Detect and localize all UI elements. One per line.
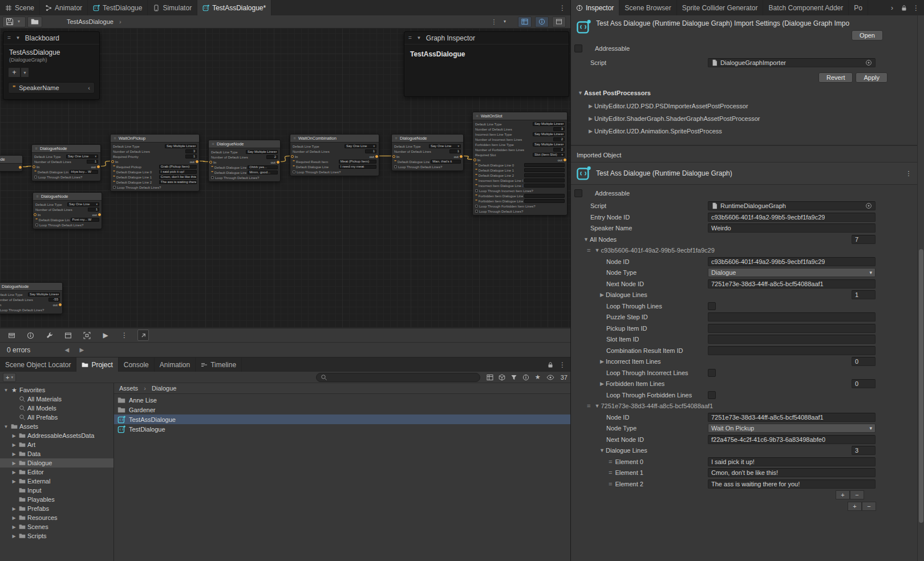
tab-project[interactable]: Project [76, 357, 118, 372]
picker-icon[interactable] [865, 202, 872, 209]
node-number-field[interactable]: 3 [185, 149, 197, 153]
kebab-icon[interactable]: ⋮ [905, 170, 912, 177]
port-out[interactable] [277, 161, 279, 164]
foldout-icon[interactable]: ▶ [11, 461, 17, 466]
tree-item-resources[interactable]: ▶Resources [0, 513, 114, 522]
tab-inspector[interactable]: Inspector [571, 0, 619, 15]
drag-handle-icon[interactable]: = [587, 247, 590, 254]
lock-icon[interactable] [547, 361, 554, 368]
foldout-icon[interactable]: ▶ [587, 128, 594, 134]
node-text-field[interactable]: Grab (Pickup Item) [159, 165, 197, 169]
foldout-icon[interactable]: ▶ [11, 442, 17, 448]
tree-item-data[interactable]: ▶Data [0, 449, 114, 458]
tree-item-editor[interactable]: ▶Editor [0, 467, 114, 477]
text-field-element-0[interactable]: I said pick it up! [708, 457, 876, 466]
graph-node-dialoguenode[interactable]: =DialogueNodeDefault Line TypeSay Multip… [208, 140, 281, 182]
tree-item-playables[interactable]: Playables [0, 495, 114, 504]
node-dropdown[interactable]: Say One Line▾ [345, 144, 376, 148]
apply-button[interactable]: Apply [856, 72, 887, 83]
text-field-slot-item-id[interactable] [708, 335, 876, 344]
node-dropdown[interactable]: Say Multiple Lines▾ [246, 150, 278, 154]
drag-handle-icon[interactable]: = [609, 458, 612, 465]
node-dropdown[interactable]: Say Multiple Lines▾ [533, 122, 565, 126]
node-text-field[interactable] [524, 194, 565, 198]
node-text-field[interactable]: Hiya boy... W [70, 170, 98, 174]
toggle-layout-button[interactable] [518, 17, 532, 27]
caret-down-icon[interactable]: ▾ [501, 18, 508, 25]
tab-timeline[interactable]: Timeline [196, 357, 242, 372]
node-number-field[interactable]: 1 [365, 149, 376, 153]
array-size-field[interactable]: 7 [852, 235, 876, 244]
node-title[interactable]: =DialogueNode [32, 145, 100, 153]
node-number-field[interactable]: 2 [553, 148, 565, 152]
port-out[interactable] [19, 166, 22, 169]
tab-po[interactable]: Po [849, 0, 868, 15]
asset-item-testdialogue[interactable]: TestDialogue [114, 424, 570, 434]
tab-testassdialogue[interactable]: TestAssDialogue* [197, 0, 271, 15]
node-title[interactable]: =DialogueNode [33, 193, 102, 201]
kebab-icon[interactable]: ⋮ [559, 361, 566, 368]
tab-scene-object-locator[interactable]: Scene Object Locator [0, 357, 76, 372]
port-out[interactable] [375, 155, 378, 158]
node-text-field[interactable]: Post my... W [71, 218, 99, 222]
foldout-icon[interactable]: ▶ [587, 103, 594, 109]
postprocessor-row[interactable]: ▶UnityEditor.U2D.Animation.SpritePostPro… [571, 125, 917, 137]
node-title[interactable]: =StartNode [0, 156, 22, 164]
open-asset-button[interactable] [27, 17, 42, 27]
asset-item-gardener[interactable]: Gardener [114, 405, 570, 414]
node-text-field[interactable] [524, 168, 565, 172]
node-text-field[interactable]: Ohhh yes... [248, 165, 278, 169]
foldout-icon[interactable]: ▶ [11, 525, 17, 530]
breadcrumb-segment[interactable]: Assets [119, 385, 138, 392]
node-checkbox[interactable] [35, 223, 38, 226]
node-checkbox[interactable] [34, 176, 37, 178]
port-out[interactable] [98, 213, 101, 216]
foldout-icon[interactable]: ▼ [598, 448, 606, 453]
text-field-element-2[interactable]: The ass is waiting there for you! [708, 479, 876, 489]
foldout-icon[interactable]: ▼ [3, 388, 9, 393]
text-field-puzzle-step-id[interactable] [708, 312, 876, 322]
tree-item-all-models[interactable]: All Models [0, 404, 114, 413]
tab-animation[interactable]: Animation [155, 357, 196, 372]
graph-node-dialoguenode[interactable]: =DialogueNodeDefault Line TypeSay One Li… [391, 134, 464, 171]
node-text-field[interactable]: I said pick it up! [159, 170, 197, 174]
node-checkbox[interactable] [475, 210, 478, 213]
text-field-combination-result-item-id[interactable] [708, 346, 876, 355]
node-number-field[interactable]: 1 [88, 208, 99, 212]
node-checkbox[interactable] [394, 165, 397, 168]
text-field-node-id[interactable]: 7251e73e-38d3-44ff-a8c5-bcf54088aaf1 [708, 413, 876, 422]
tree-item-addressableassetsdata[interactable]: ▶AddressableAssetsData [0, 431, 114, 440]
port-in[interactable] [33, 165, 35, 168]
tree-item-prefabs[interactable]: ▶Prefabs [0, 504, 114, 513]
dropdown-field-node-type[interactable]: Wait On Pickup▾ [708, 424, 876, 433]
node-dropdown[interactable]: Slot (Item Slot)▾ [533, 153, 565, 157]
node-number-field[interactable]: 1 [185, 155, 197, 158]
open-button[interactable]: Open [852, 30, 883, 40]
text-field-next-node-id[interactable]: f22a475e-4c2f-41c6-9b73-6a83498abfe0 [708, 435, 876, 444]
node-number-field[interactable]: 3 [553, 127, 565, 131]
script-field[interactable]: DialogueGraphImporter [708, 58, 876, 67]
blackboard-header[interactable]: = ▼ Blackboard [3, 32, 99, 44]
node-title[interactable]: =DialogueNode [209, 140, 280, 148]
postprocessor-row[interactable]: ▶UnityEditor.ShaderGraph.ShaderGraphAsse… [571, 112, 917, 125]
dropdown-field-node-type[interactable]: Dialogue▾ [708, 268, 876, 277]
kebab-icon[interactable]: ⋮ [491, 18, 497, 25]
frame-button[interactable] [81, 330, 92, 341]
node-text-field[interactable] [524, 184, 565, 188]
text-field-entry-node-id[interactable]: c93b5606-401f-49a2-99b5-9ecbf1fa9c29 [708, 213, 876, 222]
drag-handle-icon[interactable]: = [587, 403, 590, 409]
eye-button[interactable] [546, 373, 554, 381]
foldout-icon[interactable]: ▶ [11, 433, 17, 438]
text-field-next-node-id[interactable]: 7251e73e-38d3-44ff-a8c5-bcf54088aaf1 [708, 279, 876, 288]
node-checkbox[interactable] [113, 186, 116, 189]
tree-item-input[interactable]: Input [0, 486, 114, 495]
foldout-icon[interactable]: ▼ [593, 403, 601, 409]
node-checkbox[interactable] [293, 170, 295, 173]
foldout-icon[interactable]: ▶ [11, 506, 17, 511]
node-checkbox[interactable] [475, 189, 478, 192]
star-button[interactable]: ★ [534, 374, 541, 381]
remove-element-button[interactable]: − [862, 502, 876, 511]
node-title[interactable]: =WaitOnPickup [111, 135, 199, 143]
node-dropdown[interactable]: Say One Line▾ [66, 155, 98, 158]
node-dropdown[interactable]: Say One Line▾ [429, 144, 461, 148]
